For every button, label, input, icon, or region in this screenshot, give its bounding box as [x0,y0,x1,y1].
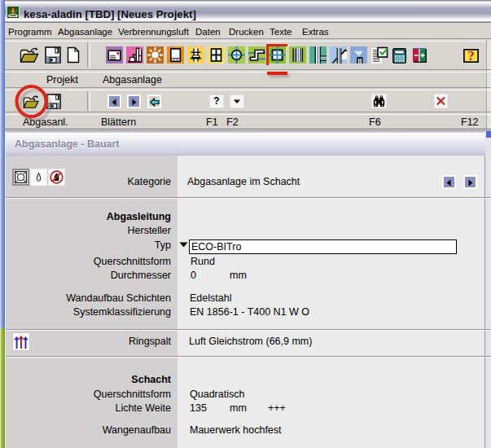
svg-text:?: ? [467,49,475,63]
